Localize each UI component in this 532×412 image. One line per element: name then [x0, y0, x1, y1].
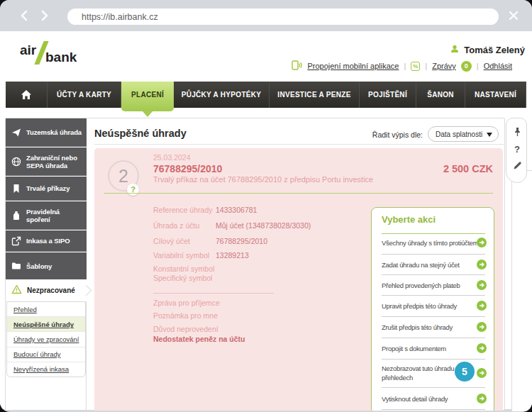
nav-pojisteni[interactable]: POJIŠTĚNÍ: [360, 82, 416, 108]
field-label: Reference úhrady: [153, 206, 212, 214]
submenu-item-neuspesne-uhrady[interactable]: Neúspěšné úhrady: [7, 317, 85, 332]
content-card: Tuzemská úhrada Zahraniční nebo SEPA úhr…: [5, 118, 505, 410]
nav-pujcky-a-hypoteky[interactable]: PŮJČKY A HYPOTÉKY: [174, 82, 270, 108]
action-upravit-predpis[interactable]: Upravit předpis této úhrady: [382, 300, 485, 311]
help-icon[interactable]: ?: [512, 144, 522, 155]
field-value: 1433306781: [216, 206, 257, 214]
action-propojit-dokument[interactable]: Propojit s dokumentem: [382, 343, 485, 354]
forward-icon[interactable]: [37, 9, 51, 23]
browser-chrome: https://ib.airbank.cz: [0, 0, 532, 31]
sidebar-item-nezpracovane[interactable]: Nezpracované: [6, 279, 87, 301]
actions-separator: [382, 409, 485, 410]
sidebar-label: Zahraniční nebo SEPA úhrada: [26, 154, 84, 169]
arrow-circle-icon: [477, 280, 487, 290]
edit-icon[interactable]: [512, 160, 522, 172]
nav-label: ŠANON: [427, 91, 454, 99]
actions-separator: [382, 316, 485, 317]
active-tab-pointer: [143, 111, 153, 117]
submenu-item-nevyrizena-inkasa[interactable]: Nevyřízená inkasa: [7, 362, 85, 377]
nav-home[interactable]: [6, 82, 48, 108]
sidebar-item-trvale-prikazy[interactable]: Trvalé příkazy: [6, 177, 87, 201]
action-vsechny-uhrady[interactable]: Všechny úhrady s tímto protiúčtem: [382, 237, 485, 248]
messages-count-badge: 0: [461, 61, 472, 72]
actions-title: Vyberte akci: [382, 214, 436, 225]
mobile-app-link[interactable]: Propojení mobilní aplikace: [307, 62, 399, 70]
field-label: Zpráva pro příjemce: [153, 299, 220, 307]
pin-icon[interactable]: [512, 127, 522, 138]
nav-label: INVESTICE A PENZE: [277, 91, 350, 99]
arrow-circle-icon: [477, 343, 487, 353]
close-icon[interactable]: [506, 9, 521, 23]
divider: |: [404, 62, 406, 70]
globe-icon: [11, 157, 21, 167]
action-vytisknout[interactable]: Vytisknout detail úhrady: [382, 393, 485, 404]
field-label: Specifický symbol: [153, 274, 212, 282]
percent-glyph: %: [413, 63, 418, 69]
action-label: Vytisknout detail úhrady: [382, 394, 448, 403]
logout-link[interactable]: Odhlásit: [484, 62, 512, 70]
actions-separator: [382, 338, 485, 338]
percent-icon[interactable]: %: [411, 62, 420, 71]
browser-window: https://ib.airbank.cz air bank Tomáš Zel…: [0, 0, 532, 412]
payment-description: Trvalý příkaz na účet 76788295/2010 z př…: [153, 175, 373, 184]
nav-label: PLACENÍ: [131, 91, 164, 99]
sidebar-item-tuzemska-uhrada[interactable]: Tuzemská úhrada: [6, 118, 87, 147]
nav-nastaveni[interactable]: NASTAVENÍ: [465, 82, 526, 108]
actions-separator: [382, 387, 485, 388]
url-text: https://ib.airbank.cz: [82, 12, 158, 22]
nav-label: PŮJČKY A HYPOTÉKY: [182, 91, 262, 99]
title-divider: [94, 144, 504, 145]
page-title: Neúspěšné úhrady: [94, 128, 187, 139]
logo-bank-text: bank: [45, 50, 77, 65]
back-icon[interactable]: [18, 9, 32, 23]
submenu-item-budouci-uhrady[interactable]: Budoucí úhrady: [7, 347, 85, 362]
actions-separator: [382, 295, 485, 296]
sidebar-label: Pravidelná spoření: [26, 208, 84, 223]
sidebar-item-zahranicni-sepa[interactable]: Zahraniční nebo SEPA úhrada: [6, 147, 87, 176]
active-item-pointer: [81, 285, 92, 296]
submenu-item-uhrady-ve-zpracovani[interactable]: Úhrady ve zpracování: [7, 332, 85, 347]
home-icon: [21, 89, 32, 100]
nav-sanon[interactable]: ŠANON: [416, 82, 465, 108]
messages-link[interactable]: Zprávy: [432, 62, 456, 70]
action-zrusit-predpis[interactable]: Zrušit předpis této úhrady: [382, 321, 485, 333]
export-icon: [11, 236, 21, 246]
sidebar-item-inkasa-sipo[interactable]: Inkasa a SIPO: [6, 230, 87, 252]
nav-label: POJIŠTĚNÍ: [368, 91, 407, 99]
payment-detail-panel: 2 ? 25.03.2024 76788295/2010 2 500 CZK T…: [94, 148, 503, 411]
sidebar-item-pravidelna-sporeni[interactable]: Pravidelná spoření: [6, 201, 87, 230]
arrow-circle-icon: [477, 368, 487, 378]
field-value: 13289213: [216, 251, 249, 260]
nav-ucty-a-karty[interactable]: ÚČTY A KARTY: [48, 82, 121, 108]
dropdown-caret-icon: [487, 133, 492, 137]
payment-date: 25.03.2024: [153, 153, 191, 162]
field-value: Můj účet (1348738028/3030): [216, 221, 311, 230]
bottle-icon: [11, 211, 21, 221]
nav-investice-a-penze[interactable]: INVESTICE A PENZE: [270, 82, 360, 108]
payment-amount: 2 500 CZK: [443, 163, 493, 174]
help-badge[interactable]: ?: [127, 184, 139, 196]
sidebar-label: Nezpracované: [27, 286, 75, 294]
field-label: Důvod neprovedení: [153, 325, 218, 333]
user-info: Tomáš Zelený: [450, 44, 525, 55]
nav-label: NASTAVENÍ: [475, 91, 516, 99]
submenu-label: Budoucí úhrady: [13, 350, 61, 358]
submenu-label: Přehled: [13, 306, 37, 313]
payment-account: 76788295/2010: [153, 163, 222, 174]
field-label: Poznámka pro mne: [153, 311, 218, 320]
action-zadat-uhradu[interactable]: Zadat úhradu na stejný účet: [382, 259, 485, 270]
submenu-item-prehled[interactable]: Přehled: [7, 302, 85, 317]
user-icon: [450, 43, 459, 56]
action-prehled-plateb[interactable]: Přehled provedených plateb: [382, 279, 485, 291]
airbank-logo[interactable]: air bank: [20, 41, 91, 72]
sort-dropdown[interactable]: Data splatnosti: [428, 126, 499, 142]
payment-divider: [104, 193, 493, 194]
field-value: 76788295/2010: [216, 237, 267, 245]
nav-placeni-active[interactable]: PLACENÍ: [121, 82, 174, 111]
url-bar[interactable]: https://ib.airbank.cz: [67, 9, 499, 25]
field-label: Cílový účet: [153, 237, 190, 245]
sidebar-label: Tuzemská úhrada: [26, 128, 82, 136]
action-label: Zadat úhradu na stejný účet: [382, 260, 460, 269]
logo-air-text: air: [20, 43, 36, 58]
sidebar-item-sablony[interactable]: Šablony: [6, 252, 87, 279]
